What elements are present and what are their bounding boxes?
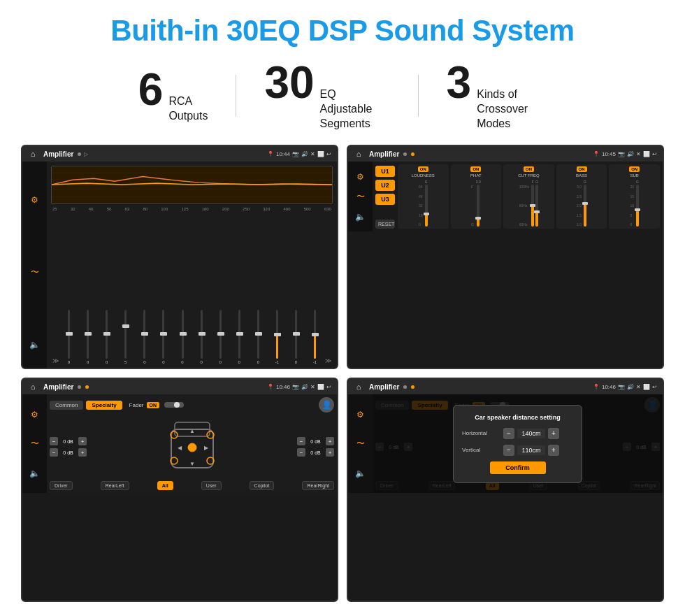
eq-slider-11[interactable]: 0 (250, 310, 267, 364)
u2-btn[interactable]: U2 (301, 368, 315, 369)
home-icon-3[interactable]: ⌂ (28, 382, 38, 392)
eq-freq-labels: 25 32 40 50 63 80 100 125 160 200 250 32… (51, 207, 333, 211)
eq-slider-1[interactable]: 0 (60, 310, 78, 364)
strip-phat: ON PHAT F G 3.0 (451, 164, 502, 229)
on-badge-phat[interactable]: ON (470, 166, 481, 172)
on-badge-sub[interactable]: ON (629, 166, 640, 172)
rearleft-btn[interactable]: RearLeft (101, 481, 129, 490)
battery-icon: ⬜ (317, 151, 324, 157)
reset-btn[interactable]: RESET (257, 368, 283, 369)
eq-slider-9[interactable]: 0 (212, 310, 229, 364)
u2-channel-btn[interactable]: U2 (375, 180, 395, 191)
u1-btn[interactable]: U1 (284, 368, 298, 369)
back-icon-3[interactable]: ↩ (326, 384, 331, 390)
tab-common[interactable]: Common (50, 401, 83, 410)
eq-slider-13[interactable]: 0 (287, 310, 305, 364)
home-icon-2[interactable]: ⌂ (354, 149, 363, 159)
vertical-val: 110cm (517, 445, 545, 455)
u3-channel-btn[interactable]: U3 (375, 194, 395, 205)
all-btn[interactable]: All (157, 481, 173, 490)
right-plus-1[interactable]: + (326, 437, 334, 445)
back-icon[interactable]: ↩ (326, 151, 331, 157)
user-btn[interactable]: User (201, 481, 222, 490)
eq-slider-7[interactable]: 0 (173, 310, 191, 364)
left-minus-2[interactable]: − (50, 448, 58, 457)
wave-icon-3[interactable]: 〜 (31, 438, 39, 450)
rearright-btn[interactable]: RearRight (302, 481, 334, 490)
eq-slider-10[interactable]: 0 (231, 310, 248, 364)
right-vol-row-2: − 0 dB + (297, 448, 334, 457)
driver-btn[interactable]: Driver (50, 481, 73, 490)
expand-icon[interactable]: ≫ (52, 357, 59, 364)
home-icon-4[interactable]: ⌂ (354, 382, 363, 392)
eq-icon[interactable]: ⚙ (356, 172, 364, 182)
eq-slider-8[interactable]: 0 (193, 310, 210, 364)
v-slider-g[interactable]: G (425, 180, 428, 227)
crossover-reset-btn[interactable]: RESET (375, 220, 395, 229)
home-icon[interactable]: ⌂ (28, 149, 38, 159)
spk-icon[interactable]: 🔈 (355, 212, 366, 222)
fader-slider[interactable] (164, 402, 184, 408)
spk-icon-3[interactable]: 🔈 (29, 468, 40, 478)
battery-icon-2: ⬜ (643, 151, 650, 157)
eq-icon-4[interactable]: ⚙ (356, 410, 364, 420)
right-minus-1[interactable]: − (297, 437, 305, 445)
copilot-btn[interactable]: Copilot (250, 481, 275, 490)
v-slider-loudness: 64 48 32 16 0 G (419, 180, 428, 227)
back-icon-2[interactable]: ↩ (652, 151, 657, 157)
right-vol-val-1: 0 dB (307, 439, 324, 444)
vertical-minus-btn[interactable]: − (503, 445, 514, 456)
app-title-2: Amplifier (369, 150, 399, 158)
app-title-3: Amplifier (43, 383, 73, 391)
back-icon-4[interactable]: ↩ (652, 384, 657, 390)
location-icon: 📍 (267, 151, 274, 157)
eq-slider-12[interactable]: -1 (268, 310, 286, 364)
strip-label-loudness: LOUDNESS (412, 173, 435, 178)
wave-icon-4[interactable]: 〜 (356, 438, 365, 450)
v-slider-g2[interactable]: G (535, 180, 538, 227)
vertical-plus-btn[interactable]: + (548, 445, 559, 456)
expand-right-icon[interactable]: ≫ (325, 357, 331, 364)
stat-eq-number: 30 (264, 60, 314, 105)
confirm-button[interactable]: Confirm (490, 461, 546, 474)
left-minus-1[interactable]: − (50, 437, 58, 445)
status-icons-2: 📍 10:45 📷 🔊 ✕ ⬜ ↩ (593, 151, 657, 157)
fader-on-switch[interactable]: ON (147, 402, 160, 408)
left-plus-1[interactable]: + (78, 437, 87, 445)
u1-channel-btn[interactable]: U1 (375, 166, 395, 177)
stat-rca-number: 6 (138, 67, 164, 112)
eq-slider-14[interactable]: -1 (306, 310, 324, 364)
eq-slider-4[interactable]: 5 (117, 310, 134, 364)
wave-icon[interactable]: 〜 (31, 266, 39, 278)
right-minus-2[interactable]: − (297, 448, 305, 457)
v-slider-phat-1[interactable]: 3.0 (476, 180, 481, 227)
right-plus-2[interactable]: + (326, 448, 334, 457)
user-icon[interactable]: 👤 (319, 397, 334, 413)
spk-icon-4[interactable]: 🔈 (355, 468, 366, 478)
on-badge-cutfreq[interactable]: ON (524, 166, 534, 172)
u3-btn[interactable]: U3 (317, 368, 331, 369)
horizontal-plus-btn[interactable]: + (548, 428, 559, 439)
speaker-icon[interactable]: 🔈 (29, 340, 40, 350)
horizontal-minus-btn[interactable]: − (503, 428, 514, 439)
on-badge-bass[interactable]: ON (577, 166, 587, 172)
wave-icon-2[interactable]: 〜 (356, 191, 365, 203)
eq-slider-5[interactable]: 0 (136, 310, 153, 364)
status-icons-3: 📍 10:46 📷 🔊 ✕ ⬜ ↩ (267, 384, 331, 390)
v-slider-f[interactable]: F (531, 180, 534, 227)
v-slider-bass-g[interactable]: G (584, 180, 586, 227)
custom-btn[interactable]: Custom (60, 368, 247, 369)
left-plus-2[interactable]: + (78, 448, 87, 457)
tab-specialty[interactable]: Specialty (86, 401, 122, 410)
freq-160: 160 (202, 207, 209, 211)
equalizer-icon[interactable]: ⚙ (31, 195, 38, 205)
eq-slider-6[interactable]: 0 (154, 310, 172, 364)
camera-icon-3: 📷 (292, 384, 299, 390)
status-dot-3b (85, 385, 89, 389)
wifi-icon-3: ✕ (310, 384, 315, 390)
v-slider-sub-g[interactable]: G (636, 180, 639, 227)
eq-slider-2[interactable]: 0 (79, 310, 96, 364)
eq-slider-3[interactable]: 0 (98, 310, 115, 364)
on-badge-loudness[interactable]: ON (418, 166, 428, 172)
eq-icon-3[interactable]: ⚙ (31, 410, 38, 420)
